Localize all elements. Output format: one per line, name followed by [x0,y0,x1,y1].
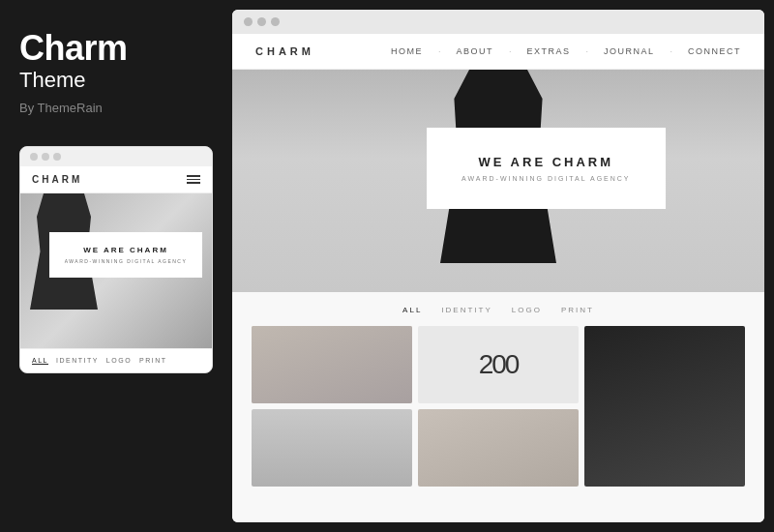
desktop-title-bar [232,10,764,34]
desktop-dot-3 [271,17,280,26]
nav-link-about[interactable]: ABOUT [456,46,493,56]
nav-sep-4: · [670,46,672,56]
desktop-portfolio: ALL IDENTITY LOGO PRINT 200 [232,292,764,522]
portfolio-item-5[interactable] [418,409,579,487]
portfolio-item-2[interactable]: 200 [418,326,579,403]
portfolio-filter-bar: ALL IDENTITY LOGO PRINT [252,306,745,314]
mobile-nav: CHARM [20,166,212,193]
theme-subtitle: Theme [19,68,213,93]
mobile-title-bar [20,147,212,166]
desktop-logo: CHARM [255,45,314,57]
desktop-nav: CHARM HOME · ABOUT · EXTRAS · JOURNAL · … [232,34,764,70]
hamburger-icon[interactable] [187,175,200,184]
desktop-hero-subtitle: AWARD-WINNING DIGITAL AGENCY [461,175,631,182]
mobile-filter-print[interactable]: PRINT [139,357,167,365]
portfolio-grid: 200 [252,326,745,487]
nav-sep-3: · [585,46,588,56]
mobile-mockup: CHARM WE ARE CHARM AWARD-WINNING DIGITAL… [19,146,213,373]
portfolio-item-1[interactable] [252,326,412,403]
dot-1 [30,153,38,161]
dot-3 [53,153,61,161]
nav-link-connect[interactable]: CONNECT [688,46,741,56]
mobile-filter-bar: ALL IDENTITY LOGO PRINT [20,348,212,372]
portfolio-image-4 [252,409,412,487]
portfolio-image-5 [418,409,579,487]
theme-author: By ThemeRain [19,101,213,115]
portfolio-filter-identity[interactable]: IDENTITY [441,306,491,314]
mobile-hero-title: WE ARE CHARM [61,246,191,254]
desktop-area: CHARM HOME · ABOUT · EXTRAS · JOURNAL · … [232,0,774,532]
portfolio-filter-print[interactable]: PRINT [561,306,594,314]
mobile-hero-subtitle: AWARD-WINNING DIGITAL AGENCY [61,258,191,264]
theme-title-block: Charm Theme By ThemeRain [19,29,213,115]
mobile-filter-logo[interactable]: LOGO [106,357,132,365]
desktop-dot-1 [244,17,253,26]
sidebar: Charm Theme By ThemeRain CHARM WE ARE CH… [0,0,232,532]
theme-name: Charm [19,29,213,68]
desktop-hero-card: WE ARE CHARM AWARD-WINNING DIGITAL AGENC… [427,128,666,209]
mobile-filter-identity[interactable]: IDENTITY [56,357,99,365]
desktop-nav-links: HOME · ABOUT · EXTRAS · JOURNAL · CONNEC… [391,46,741,56]
nav-sep-1: · [438,46,441,56]
dot-2 [42,153,49,161]
portfolio-item-3[interactable] [584,326,745,487]
portfolio-image-1 [252,326,412,403]
mobile-filter-all[interactable]: ALL [32,357,48,365]
portfolio-number: 200 [479,349,519,380]
nav-link-home[interactable]: HOME [391,46,423,56]
nav-link-journal[interactable]: JOURNAL [604,46,655,56]
mobile-hero-card: WE ARE CHARM AWARD-WINNING DIGITAL AGENC… [49,232,202,278]
portfolio-filter-logo[interactable]: LOGO [512,306,542,314]
desktop-hero: WE ARE CHARM AWARD-WINNING DIGITAL AGENC… [232,70,764,292]
portfolio-filter-all[interactable]: ALL [402,306,422,314]
desktop-mockup: CHARM HOME · ABOUT · EXTRAS · JOURNAL · … [232,10,764,522]
nav-sep-2: · [509,46,512,56]
portfolio-item-4[interactable] [252,409,412,487]
portfolio-image-3 [584,326,745,487]
desktop-dot-2 [257,17,266,26]
mobile-hero: WE ARE CHARM AWARD-WINNING DIGITAL AGENC… [20,193,212,348]
nav-link-extras[interactable]: EXTRAS [526,46,570,56]
mobile-logo: CHARM [32,174,82,185]
desktop-hero-title: WE ARE CHARM [461,155,631,169]
